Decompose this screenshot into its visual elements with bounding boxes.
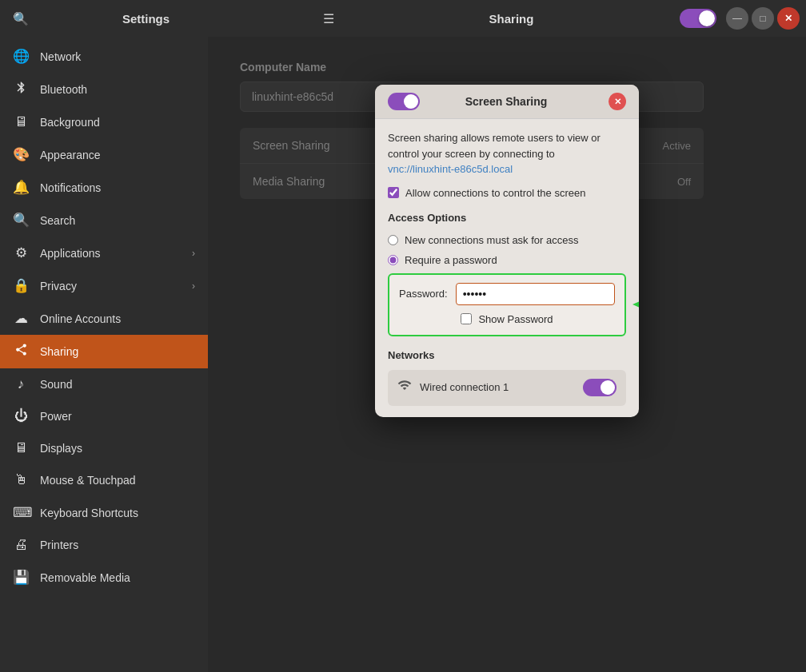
sidebar-label-applications: Applications: [40, 247, 181, 260]
sidebar-item-sound[interactable]: ♪ Sound: [0, 368, 208, 400]
show-password-label: Show Password: [478, 312, 553, 328]
removable-media-icon: 💾: [13, 569, 29, 586]
window-controls: — □ ✕: [726, 7, 800, 30]
sidebar-item-displays[interactable]: 🖥 Displays: [0, 432, 208, 464]
dialog-overlay: Screen Sharing ✕ Screen sharing allows r…: [208, 37, 806, 672]
minimize-icon: —: [732, 13, 742, 24]
show-password-checkbox[interactable]: [461, 313, 472, 324]
screen-sharing-dialog: Screen Sharing ✕ Screen sharing allows r…: [375, 85, 639, 417]
option2-row: Require a password: [388, 252, 626, 268]
password-input[interactable]: [456, 283, 615, 305]
sidebar-label-printers: Printers: [40, 539, 195, 551]
sidebar-label-sound: Sound: [40, 378, 195, 391]
option1-row: New connections must ask for access: [388, 233, 626, 249]
toggle-knob: [699, 10, 715, 26]
sidebar-label-background: Background: [40, 116, 195, 129]
sidebar: 🌐 Network Bluetooth 🖥 Background 🎨 Appea…: [0, 37, 208, 672]
sidebar-item-removable-media[interactable]: 💾 Removable Media: [0, 561, 208, 594]
sidebar-item-sharing[interactable]: Sharing: [0, 335, 208, 368]
sidebar-item-online-accounts[interactable]: ☁ Online Accounts: [0, 302, 208, 335]
network-toggle[interactable]: [583, 379, 616, 396]
sidebar-item-search[interactable]: 🔍 Search: [0, 204, 208, 237]
sidebar-label-removable-media: Removable Media: [40, 571, 195, 584]
mouse-icon: 🖱: [13, 472, 29, 488]
access-options-label: Access Options: [388, 210, 626, 226]
maximize-button[interactable]: □: [752, 7, 774, 30]
power-icon: ⏻: [13, 408, 29, 424]
network-icon: 🌐: [13, 48, 29, 65]
wired-connection-icon: [397, 378, 412, 398]
applications-icon: ⚙: [13, 245, 29, 261]
allow-control-row: Allow connections to control the screen: [388, 185, 626, 201]
toggle-switch[interactable]: [680, 9, 716, 28]
notifications-icon: 🔔: [13, 179, 29, 196]
show-password-row: Show Password: [399, 312, 615, 328]
titlebar: 🔍 Settings ☰ Sharing — □ ✕: [0, 0, 806, 37]
arrow-annotation: [632, 296, 639, 312]
svg-marker-0: [632, 298, 639, 311]
sidebar-label-displays: Displays: [40, 442, 195, 455]
sidebar-item-keyboard-shortcuts[interactable]: ⌨ Keyboard Shortcuts: [0, 496, 208, 529]
network-name: Wired connection 1: [420, 380, 575, 396]
printers-icon: 🖨: [13, 537, 29, 553]
online-accounts-icon: ☁: [13, 310, 29, 327]
sound-icon: ♪: [13, 376, 29, 392]
page-title: Sharing: [343, 12, 680, 26]
networks-section: Networks Wired connection 1: [388, 348, 626, 406]
sidebar-item-background[interactable]: 🖥 Background: [0, 106, 208, 138]
allow-control-checkbox[interactable]: [388, 187, 399, 198]
close-icon: ✕: [784, 13, 792, 24]
sharing-toggle[interactable]: [680, 9, 716, 28]
privacy-icon: 🔒: [13, 277, 29, 294]
dialog-header: Screen Sharing ✕: [375, 85, 639, 119]
chevron-right-icon: ›: [192, 248, 195, 259]
vnc-link[interactable]: vnc://linuxhint-e86c5d.local: [388, 163, 513, 175]
allow-control-label: Allow connections to control the screen: [405, 185, 585, 201]
sidebar-label-keyboard: Keyboard Shortcuts: [40, 507, 195, 519]
menu-icon: ☰: [323, 11, 334, 26]
sidebar-label-appearance: Appearance: [40, 149, 195, 161]
sidebar-item-privacy[interactable]: 🔒 Privacy ›: [0, 269, 208, 302]
sidebar-label-mouse: Mouse & Touchpad: [40, 474, 195, 487]
sidebar-item-applications[interactable]: ⚙ Applications ›: [0, 237, 208, 269]
sidebar-item-notifications[interactable]: 🔔 Notifications: [0, 171, 208, 204]
sidebar-label-search: Search: [40, 214, 195, 227]
bluetooth-icon: [13, 81, 29, 98]
sidebar-item-printers[interactable]: 🖨 Printers: [0, 529, 208, 561]
sidebar-label-privacy: Privacy: [40, 280, 181, 292]
sidebar-item-appearance[interactable]: 🎨 Appearance: [0, 138, 208, 171]
option2-radio[interactable]: [388, 255, 398, 265]
password-label: Password:: [399, 286, 448, 302]
sidebar-item-bluetooth[interactable]: Bluetooth: [0, 73, 208, 106]
sidebar-label-network: Network: [40, 50, 195, 63]
keyboard-icon: ⌨: [13, 504, 29, 521]
sidebar-item-mouse-touchpad[interactable]: 🖱 Mouse & Touchpad: [0, 464, 208, 496]
main-container: 🌐 Network Bluetooth 🖥 Background 🎨 Appea…: [0, 37, 806, 672]
displays-icon: 🖥: [13, 440, 29, 456]
content-area: Computer Name Screen Sharing Active Medi…: [208, 37, 806, 672]
minimize-button[interactable]: —: [726, 7, 748, 30]
dialog-description: Screen sharing allows remote users to vi…: [388, 130, 626, 177]
menu-button[interactable]: ☰: [314, 4, 343, 33]
network-toggle-knob: [601, 380, 615, 395]
search-sidebar-icon: 🔍: [13, 212, 29, 229]
app-title: Settings: [0, 12, 314, 26]
password-section: Password: Show Password: [388, 273, 626, 337]
option1-radio[interactable]: [388, 235, 398, 245]
networks-label: Networks: [388, 348, 626, 364]
password-row: Password:: [399, 283, 615, 305]
dialog-close-button[interactable]: ✕: [608, 93, 626, 110]
sidebar-label-online-accounts: Online Accounts: [40, 312, 195, 325]
appearance-icon: 🎨: [13, 146, 29, 163]
sharing-icon: [13, 343, 29, 360]
maximize-icon: □: [760, 13, 765, 24]
dialog-body: Screen sharing allows remote users to vi…: [375, 119, 639, 417]
option1-label: New connections must ask for access: [405, 233, 578, 249]
dialog-toggle[interactable]: [388, 93, 420, 110]
sidebar-label-bluetooth: Bluetooth: [40, 83, 195, 96]
sidebar-item-power[interactable]: ⏻ Power: [0, 400, 208, 432]
sidebar-item-network[interactable]: 🌐 Network: [0, 40, 208, 73]
chevron-right-icon-privacy: ›: [192, 280, 195, 292]
close-button[interactable]: ✕: [777, 7, 800, 30]
option2-label: Require a password: [405, 252, 497, 268]
